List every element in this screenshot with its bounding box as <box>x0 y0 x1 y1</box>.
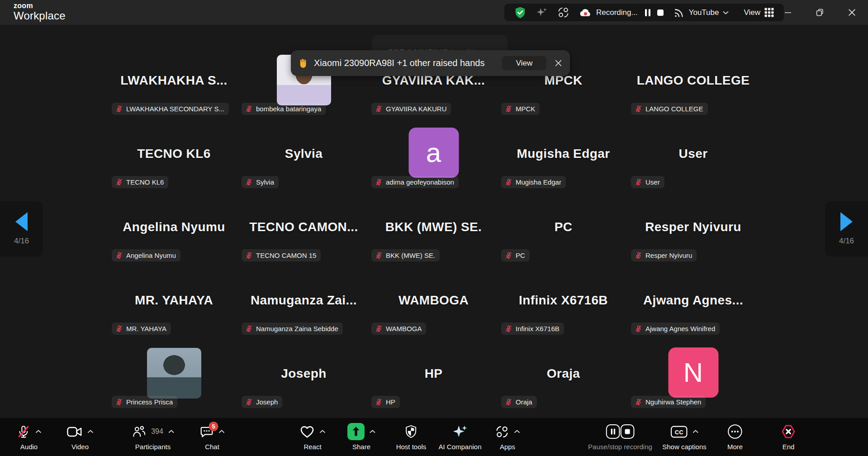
muted-mic-icon <box>635 178 642 186</box>
muted-mic-icon <box>505 178 512 186</box>
participant-tile[interactable]: Angelina NyumuAngelina Nyumu <box>109 194 239 267</box>
page-indicator-left: 4/16 <box>14 237 29 246</box>
pause-recording-icon[interactable] <box>645 9 651 17</box>
participant-video <box>147 348 201 399</box>
participant-label-pill: PC <box>501 249 530 261</box>
participant-label-pill: Namuganza Zaina Sebidde <box>242 323 343 335</box>
apps-menu-chevron[interactable] <box>514 430 520 433</box>
participant-tile[interactable]: Resper NyivuruResper Nyivuru <box>628 194 758 267</box>
toolbar-video-button[interactable]: Video <box>67 422 94 451</box>
participant-tile[interactable]: LWAKHAKHA S...LWAKHAKHA SECONDARY S... <box>109 48 239 121</box>
participant-tile[interactable]: OrajaOraja <box>498 341 628 414</box>
participant-tile[interactable]: SylviaSylvia <box>239 121 369 194</box>
participant-label-pill: bombeka bataringaya <box>242 103 326 115</box>
titlebar-status-pill: Recording... YouTube View <box>504 4 784 21</box>
titlebar: zoom Workplace Recording... <box>0 0 868 25</box>
zoom-workplace-logo: zoom Workplace <box>14 2 66 21</box>
page-indicator-right: 4/16 <box>839 237 854 246</box>
participant-tile[interactable]: Namuganza Zai...Namuganza Zaina Sebidde <box>239 267 369 341</box>
participant-label: Resper Nyivuru <box>645 252 692 259</box>
restore-button[interactable] <box>804 0 836 25</box>
participants-menu-chevron[interactable] <box>168 430 174 433</box>
apps-icon <box>495 425 509 439</box>
audio-menu-chevron[interactable] <box>36 430 42 433</box>
toolbar-more-button[interactable]: More <box>727 422 743 451</box>
participant-tile[interactable]: TECNO KL6TECNO KL6 <box>109 121 239 194</box>
participant-tile[interactable]: aadima geofeyonabison <box>369 121 498 194</box>
participant-tile[interactable]: WAMBOGAWAMBOGA <box>369 267 498 341</box>
participant-tile[interactable]: TECNO CAMON...TECNO CAMON 15 <box>239 194 369 267</box>
participant-label: adima geofeyonabison <box>386 178 454 186</box>
participant-tile[interactable]: UserUser <box>628 121 758 194</box>
toolbar-captions-button[interactable]: CCShow captions <box>662 422 707 451</box>
participants-icon <box>132 425 146 438</box>
toolbar-end-button[interactable]: End <box>781 422 796 451</box>
participant-label-pill: BKK (MWE) SE. <box>371 249 440 261</box>
stop-recording-icon[interactable] <box>657 9 664 16</box>
muted-mic-icon <box>115 105 123 113</box>
participant-tile[interactable]: Mugisha EdgarMugisha Edgar <box>498 121 628 194</box>
ai-sparkle-icon[interactable] <box>536 6 548 19</box>
share-menu-chevron[interactable] <box>370 430 375 433</box>
participant-label: User <box>645 178 660 186</box>
participant-tile[interactable]: HPHP <box>369 341 498 414</box>
react-menu-chevron[interactable] <box>320 430 326 433</box>
muted-mic-icon <box>115 398 123 406</box>
participant-tile[interactable]: LANGO COLLEGELANGO COLLEGE <box>628 48 758 121</box>
toolbar-host-tools-button[interactable]: Host tools <box>396 422 427 451</box>
view-menu-button[interactable]: View <box>744 8 774 17</box>
participant-tile[interactable]: Ajwang Agnes...Ajwang Agnes Winifred <box>628 267 758 341</box>
workspace-apps-icon[interactable] <box>557 6 569 19</box>
view-raised-hands-button[interactable]: View <box>502 56 546 70</box>
toolbar-chat-button[interactable]: 5Chat <box>200 422 225 451</box>
participant-tile[interactable]: NNguhirwa Stephen <box>628 341 758 414</box>
participant-label: MPCK <box>516 105 535 113</box>
toolbar-participants-label: Participants <box>135 443 171 451</box>
toolbar-ai-companion-button[interactable]: AI Companion <box>438 422 481 451</box>
participant-label-pill: Joseph <box>242 396 282 408</box>
next-page-button[interactable]: 4/16 <box>825 201 868 256</box>
share-icon <box>347 423 365 440</box>
video-menu-chevron[interactable] <box>88 430 94 433</box>
livestream-youtube-menu[interactable]: YouTube <box>674 7 729 18</box>
toolbar-recording-label: Pause/stop recording <box>588 443 652 451</box>
muted-mic-icon <box>115 252 123 259</box>
participant-tile[interactable]: Princess Prisca <box>109 341 239 414</box>
toolbar-share-button[interactable]: Share <box>347 422 375 451</box>
toolbar-participants-button[interactable]: 394Participants <box>132 422 174 451</box>
recording-icon <box>606 424 635 439</box>
previous-page-button[interactable]: 4/16 <box>0 201 43 256</box>
participant-tile[interactable]: BKK (MWE) SE.BKK (MWE) SE. <box>369 194 498 267</box>
security-shield-icon[interactable] <box>514 6 526 19</box>
toolbar-recording-button[interactable]: Pause/stop recording <box>588 422 652 451</box>
muted-mic-icon <box>505 105 512 113</box>
chat-menu-chevron[interactable] <box>219 430 225 433</box>
raised-hands-message: Xiaomi 23090RA98I +1 other raised hands <box>314 58 484 68</box>
view-label: View <box>744 8 760 17</box>
muted-mic-icon <box>375 178 383 186</box>
close-banner-button[interactable] <box>546 50 570 76</box>
participant-name: Joseph <box>241 366 367 381</box>
participant-name: PC <box>500 220 626 234</box>
participant-label: PC <box>516 252 525 259</box>
toolbar-audio-button[interactable]: Audio <box>17 422 42 451</box>
captions-menu-chevron[interactable] <box>693 430 698 433</box>
close-window-button[interactable] <box>836 0 868 25</box>
muted-mic-icon <box>375 398 383 406</box>
toolbar-react-button[interactable]: React <box>300 422 326 451</box>
participant-name: HP <box>370 366 497 381</box>
participant-tile[interactable]: MR. YAHAYAMR. YAHAYA <box>109 267 239 341</box>
participant-tile[interactable]: Infinix X6716BInfinix X6716B <box>498 267 628 341</box>
participant-tile[interactable]: JosephJoseph <box>239 341 369 414</box>
toolbar-apps-button[interactable]: Apps <box>495 422 520 451</box>
chevron-down-icon <box>723 11 729 14</box>
captions-icon: CC <box>670 425 688 438</box>
participant-label: LWAKHAKHA SECONDARY S... <box>126 105 224 113</box>
participant-tile[interactable]: PCPC <box>498 194 628 267</box>
muted-mic-icon <box>375 252 383 259</box>
minimize-button[interactable] <box>772 0 804 25</box>
chat-icon: 5 <box>200 425 214 439</box>
muted-mic-icon <box>115 178 123 186</box>
muted-mic-icon <box>505 398 512 406</box>
toolbar-share-label: Share <box>352 443 370 451</box>
